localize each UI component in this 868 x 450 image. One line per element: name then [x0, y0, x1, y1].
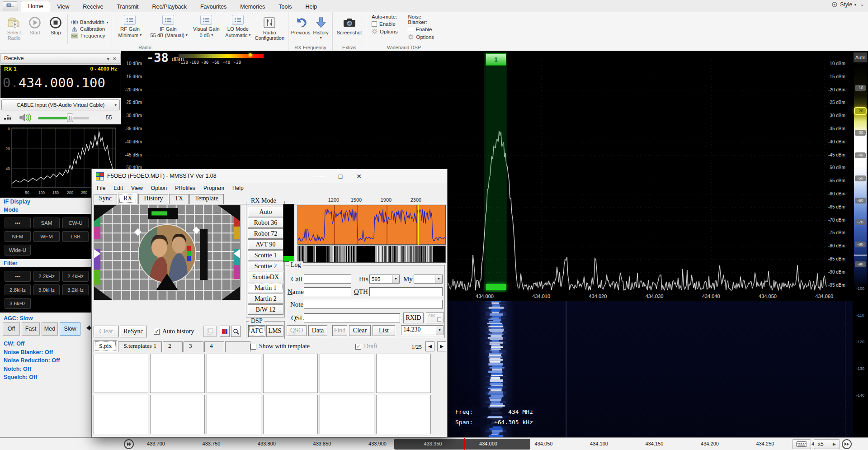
dsp-lms[interactable]: LMS	[266, 325, 283, 337]
auto-range-button[interactable]: Auto	[854, 52, 867, 62]
agc-button-fast[interactable]: Fast	[22, 322, 40, 336]
his-rst-combo[interactable]: 595▼	[369, 275, 400, 284]
range-chip-30[interactable]: -30	[855, 130, 866, 136]
resync-button[interactable]: ReSync	[120, 326, 147, 337]
filter-button-3-0khz[interactable]: 3.0kHz	[33, 284, 60, 295]
status-cw[interactable]: CW: Off	[4, 341, 24, 347]
range-chip-40[interactable]: -40	[855, 152, 866, 158]
status-notch[interactable]: Notch: Off	[4, 366, 31, 372]
stock-picture-cell[interactable]	[94, 354, 148, 393]
dsp-afc[interactable]: AFC	[248, 325, 265, 337]
amplitude-range-strip[interactable]: Auto -10-20-30-40-50-60-70-80-90 -100-11…	[853, 51, 868, 437]
rx-mode-martin-1[interactable]: Martin 1	[248, 283, 283, 293]
zoom-level-button[interactable]: x5 ▶	[814, 439, 840, 449]
radio-configuration-button[interactable]: Radio Configuration	[253, 13, 286, 45]
rx-mode-martin-2[interactable]: Martin 2	[248, 294, 283, 304]
filter-button-item[interactable]: •••	[5, 271, 31, 282]
ribbon-tab-tools[interactable]: Tools	[272, 1, 298, 12]
rx-mode-b-w-12[interactable]: B/W 12	[248, 304, 283, 315]
speaker-icon[interactable]	[19, 113, 31, 122]
rf-gain-button[interactable]: RF Gain Minimum▾	[113, 13, 146, 45]
filter-button-3-6khz[interactable]: 3.6kHz	[5, 298, 31, 309]
start-button[interactable]: Start	[24, 13, 45, 45]
rx-marker-badge[interactable]: 1	[486, 53, 506, 66]
bottom-tab-3[interactable]: 3	[184, 341, 203, 352]
log-button-list[interactable]: List	[373, 325, 395, 336]
rx-mode-robot-36[interactable]: Robot 36	[248, 218, 283, 228]
filter-button-2-4khz[interactable]: 2.4kHz	[62, 271, 89, 282]
band-label-434-000[interactable]: 434.000	[475, 441, 502, 446]
visual-gain-button[interactable]: Visual Gain 0 dB▾	[190, 13, 223, 45]
log-button-find[interactable]: Find	[332, 325, 347, 336]
menu-file[interactable]: File	[93, 183, 109, 193]
show-with-template-checkbox[interactable]: Show with template	[250, 343, 310, 350]
previous-button[interactable]: Previous	[290, 13, 311, 45]
if-display-label[interactable]: IF Display	[4, 199, 30, 205]
receive-pane-header[interactable]: Receive ▾ ✕	[0, 53, 121, 64]
menu-edit[interactable]: Edit	[109, 183, 127, 193]
tuned-frequency[interactable]: 0.434.000.100	[0, 75, 121, 90]
stock-picture-cell[interactable]	[150, 354, 205, 393]
agc-button-slow[interactable]: Slow	[60, 322, 80, 336]
band-label-434-250[interactable]: 434.250	[752, 441, 779, 446]
calibration-button[interactable]: Calibration	[71, 26, 108, 32]
history-button[interactable]: History ▾	[311, 13, 330, 45]
range-chip-10[interactable]: -10	[855, 85, 866, 91]
band-label-434-200[interactable]: 434.200	[696, 441, 723, 446]
rx-mode-avt-90[interactable]: AVT 90	[248, 239, 283, 250]
ribbon-tab-help[interactable]: Help	[298, 1, 324, 12]
ribbon-tab-receive[interactable]: Receive	[76, 1, 110, 12]
filter-button-3-2khz[interactable]: 3.2kHz	[62, 284, 89, 295]
stock-picture-cell[interactable]	[320, 354, 374, 393]
mmsstv-window[interactable]: F5OEO (F5OEO.MDT) - MMSSTV Ver 1.08 — □ …	[91, 169, 448, 437]
range-chip-80[interactable]: -80	[855, 242, 866, 247]
bandwidth-button[interactable]: Bandwidth▾	[71, 19, 108, 25]
pane-close-icon[interactable]: ✕	[113, 54, 117, 64]
ribbon-tab-home[interactable]: Home	[21, 1, 50, 12]
clear-image-button[interactable]: Clear	[94, 326, 119, 337]
frequency-button[interactable]: Frequency	[71, 33, 108, 38]
rx-passband-overlay[interactable]	[485, 52, 507, 292]
band-scroll-right-button[interactable]	[842, 439, 852, 449]
menu-program[interactable]: Program	[199, 183, 228, 193]
band-label-433-850[interactable]: 433.850	[309, 441, 336, 446]
filter-section-label[interactable]: Filter	[4, 260, 18, 266]
lo-mode-button[interactable]: LO Mode Automatic▾	[223, 13, 253, 45]
rx-mode-auto[interactable]: Auto	[248, 207, 283, 217]
stop-button[interactable]: Stop	[45, 13, 66, 45]
ribbon-tab-memories[interactable]: Memories	[233, 1, 272, 12]
ribbon-collapse-button[interactable]: ⌄	[858, 1, 866, 7]
mode-section-label[interactable]: Mode	[4, 207, 19, 213]
bottom-tab-2[interactable]: 2	[163, 341, 183, 352]
app-menu-button[interactable]	[3, 1, 18, 10]
mode-button-sam[interactable]: SAM	[33, 218, 60, 228]
mode-button-wide-u[interactable]: Wide-U	[5, 245, 31, 256]
qsl-input[interactable]	[304, 313, 400, 322]
range-chip-90[interactable]: -90	[855, 261, 866, 267]
prev-page-button[interactable]: ◀	[425, 341, 434, 351]
ribbon-tab-rec-playback[interactable]: Rec/Playback	[146, 1, 193, 12]
status-noise-blanker[interactable]: Noise Blanker: Off	[4, 349, 53, 355]
mode-button-nfm[interactable]: NFM	[5, 231, 31, 242]
auto-mute-enable-checkbox[interactable]: Enable	[372, 21, 398, 27]
stock-picture-cell[interactable]	[94, 395, 148, 434]
stock-picture-cell[interactable]	[150, 395, 205, 434]
volume-slider-thumb[interactable]	[67, 114, 73, 122]
range-chip-60[interactable]: -60	[855, 198, 866, 204]
draft-checkbox[interactable]: Draft	[355, 343, 377, 350]
range-chip-70[interactable]: -70	[855, 219, 866, 225]
rx-mode-scottie-2[interactable]: Scottie 2	[248, 261, 283, 271]
sstv-tab-template[interactable]: Template	[189, 194, 224, 204]
maximize-button[interactable]: □	[335, 173, 346, 180]
sstv-audio-spectrum[interactable]	[297, 205, 446, 245]
style-menu[interactable]: Style ▾	[831, 1, 856, 8]
agc-button-off[interactable]: Off	[3, 322, 20, 336]
band-navigation-bar[interactable]: 433.700433.750433.800433.850433.900433.9…	[0, 437, 868, 450]
mode-button-lsb[interactable]: LSB	[62, 231, 89, 242]
bottom-tab-s-templates-1[interactable]: S.templates 1	[118, 341, 162, 352]
mode-button-wfm[interactable]: WFM	[33, 231, 60, 242]
log-button-data[interactable]: Data	[308, 325, 327, 336]
bottom-tab-s-pix[interactable]: S.pix	[94, 340, 117, 352]
audio-device-select[interactable]: CABLE Input (VB-Audio Virtual Cable) ▾	[1, 99, 120, 110]
auto-mute-options-button[interactable]: Options	[372, 28, 398, 34]
